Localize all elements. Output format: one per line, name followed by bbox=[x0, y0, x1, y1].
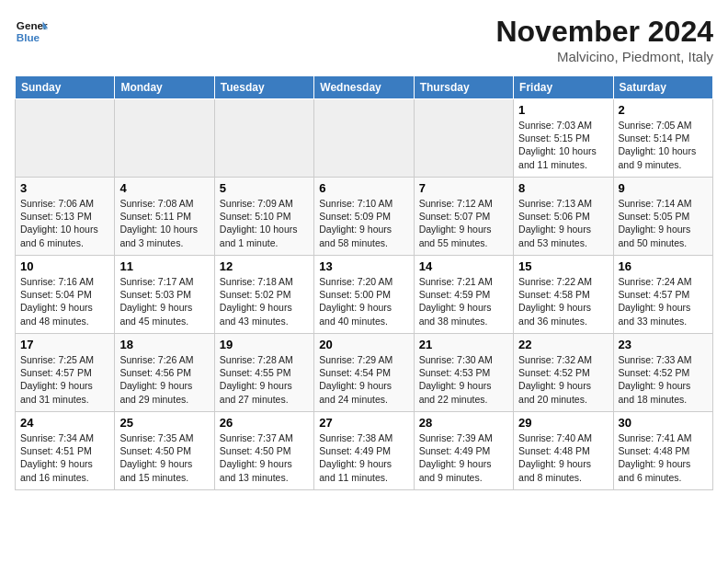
calendar-cell: 5Sunrise: 7:09 AMSunset: 5:10 PMDaylight… bbox=[214, 178, 313, 256]
calendar-cell: 19Sunrise: 7:28 AMSunset: 4:55 PMDayligh… bbox=[214, 334, 313, 412]
calendar-table: SundayMondayTuesdayWednesdayThursdayFrid… bbox=[15, 75, 713, 490]
calendar-cell: 12Sunrise: 7:18 AMSunset: 5:02 PMDayligh… bbox=[214, 256, 313, 334]
day-info: Sunrise: 7:10 AMSunset: 5:09 PMDaylight:… bbox=[319, 197, 408, 249]
day-info: Sunrise: 7:39 AMSunset: 4:49 PMDaylight:… bbox=[419, 431, 508, 484]
calendar-cell: 22Sunrise: 7:32 AMSunset: 4:52 PMDayligh… bbox=[514, 334, 613, 412]
calendar-week-row: 24Sunrise: 7:34 AMSunset: 4:51 PMDayligh… bbox=[16, 412, 713, 490]
weekday-header-row: SundayMondayTuesdayWednesdayThursdayFrid… bbox=[16, 76, 713, 99]
logo: General Blue bbox=[15, 15, 48, 48]
calendar-cell: 7Sunrise: 7:12 AMSunset: 5:07 PMDaylight… bbox=[414, 178, 513, 256]
day-number: 29 bbox=[518, 416, 608, 430]
day-info: Sunrise: 7:06 AMSunset: 5:13 PMDaylight:… bbox=[20, 197, 109, 249]
day-info: Sunrise: 7:12 AMSunset: 5:07 PMDaylight:… bbox=[419, 197, 508, 249]
day-number: 16 bbox=[619, 259, 708, 273]
day-number: 2 bbox=[619, 103, 708, 117]
weekday-header: Wednesday bbox=[314, 76, 414, 99]
weekday-header: Tuesday bbox=[214, 76, 313, 99]
day-number: 1 bbox=[518, 103, 608, 117]
day-info: Sunrise: 7:30 AMSunset: 4:53 PMDaylight:… bbox=[419, 353, 508, 406]
day-info: Sunrise: 7:25 AMSunset: 4:57 PMDaylight:… bbox=[20, 353, 109, 406]
calendar-cell bbox=[115, 99, 214, 178]
day-number: 28 bbox=[419, 416, 508, 430]
logo-icon: General Blue bbox=[15, 15, 48, 48]
day-info: Sunrise: 7:18 AMSunset: 5:02 PMDaylight:… bbox=[220, 275, 309, 327]
day-number: 25 bbox=[119, 416, 209, 430]
day-info: Sunrise: 7:26 AMSunset: 4:56 PMDaylight:… bbox=[119, 353, 209, 406]
calendar-cell: 15Sunrise: 7:22 AMSunset: 4:58 PMDayligh… bbox=[514, 256, 613, 334]
day-info: Sunrise: 7:35 AMSunset: 4:50 PMDaylight:… bbox=[119, 431, 209, 484]
day-number: 4 bbox=[119, 181, 209, 195]
calendar-cell: 30Sunrise: 7:41 AMSunset: 4:48 PMDayligh… bbox=[613, 412, 712, 490]
day-info: Sunrise: 7:14 AMSunset: 5:05 PMDaylight:… bbox=[619, 197, 708, 249]
day-number: 30 bbox=[619, 416, 708, 430]
day-info: Sunrise: 7:38 AMSunset: 4:49 PMDaylight:… bbox=[319, 431, 408, 484]
calendar-cell bbox=[16, 99, 115, 178]
day-number: 8 bbox=[518, 181, 608, 195]
day-info: Sunrise: 7:32 AMSunset: 4:52 PMDaylight:… bbox=[518, 353, 608, 406]
day-info: Sunrise: 7:28 AMSunset: 4:55 PMDaylight:… bbox=[220, 353, 309, 406]
calendar-cell: 25Sunrise: 7:35 AMSunset: 4:50 PMDayligh… bbox=[115, 412, 214, 490]
calendar-cell: 2Sunrise: 7:05 AMSunset: 5:14 PMDaylight… bbox=[613, 99, 712, 178]
calendar-cell: 21Sunrise: 7:30 AMSunset: 4:53 PMDayligh… bbox=[414, 334, 513, 412]
day-number: 26 bbox=[220, 416, 309, 430]
day-info: Sunrise: 7:05 AMSunset: 5:14 PMDaylight:… bbox=[619, 119, 708, 171]
calendar-cell: 13Sunrise: 7:20 AMSunset: 5:00 PMDayligh… bbox=[314, 256, 414, 334]
day-number: 9 bbox=[619, 181, 708, 195]
calendar-cell bbox=[314, 99, 414, 178]
calendar-cell: 4Sunrise: 7:08 AMSunset: 5:11 PMDaylight… bbox=[115, 178, 214, 256]
day-number: 18 bbox=[119, 338, 209, 351]
svg-text:Blue: Blue bbox=[17, 31, 40, 43]
page-header: General Blue November 2024 Malvicino, Pi… bbox=[15, 15, 713, 64]
day-info: Sunrise: 7:17 AMSunset: 5:03 PMDaylight:… bbox=[119, 275, 209, 327]
month-title: November 2024 bbox=[495, 15, 713, 49]
weekday-header: Sunday bbox=[16, 76, 115, 99]
calendar-cell: 27Sunrise: 7:38 AMSunset: 4:49 PMDayligh… bbox=[314, 412, 414, 490]
calendar-cell: 18Sunrise: 7:26 AMSunset: 4:56 PMDayligh… bbox=[115, 334, 214, 412]
weekday-header: Monday bbox=[115, 76, 214, 99]
day-number: 24 bbox=[20, 416, 109, 430]
calendar-cell: 17Sunrise: 7:25 AMSunset: 4:57 PMDayligh… bbox=[16, 334, 115, 412]
day-number: 23 bbox=[619, 338, 708, 351]
location-subtitle: Malvicino, Piedmont, Italy bbox=[495, 49, 713, 64]
calendar-cell: 20Sunrise: 7:29 AMSunset: 4:54 PMDayligh… bbox=[314, 334, 414, 412]
calendar-week-row: 3Sunrise: 7:06 AMSunset: 5:13 PMDaylight… bbox=[16, 178, 713, 256]
day-info: Sunrise: 7:13 AMSunset: 5:06 PMDaylight:… bbox=[518, 197, 608, 249]
calendar-week-row: 1Sunrise: 7:03 AMSunset: 5:15 PMDaylight… bbox=[16, 99, 713, 178]
day-info: Sunrise: 7:34 AMSunset: 4:51 PMDaylight:… bbox=[20, 431, 109, 484]
calendar-cell: 16Sunrise: 7:24 AMSunset: 4:57 PMDayligh… bbox=[613, 256, 712, 334]
day-info: Sunrise: 7:16 AMSunset: 5:04 PMDaylight:… bbox=[20, 275, 109, 327]
day-number: 21 bbox=[419, 338, 508, 351]
calendar-cell bbox=[414, 99, 513, 178]
day-number: 14 bbox=[419, 259, 508, 273]
calendar-week-row: 17Sunrise: 7:25 AMSunset: 4:57 PMDayligh… bbox=[16, 334, 713, 412]
day-number: 5 bbox=[220, 181, 309, 195]
day-number: 20 bbox=[319, 338, 408, 351]
day-info: Sunrise: 7:08 AMSunset: 5:11 PMDaylight:… bbox=[119, 197, 209, 249]
day-info: Sunrise: 7:03 AMSunset: 5:15 PMDaylight:… bbox=[518, 119, 608, 171]
day-number: 15 bbox=[518, 259, 608, 273]
day-info: Sunrise: 7:37 AMSunset: 4:50 PMDaylight:… bbox=[220, 431, 309, 484]
day-info: Sunrise: 7:20 AMSunset: 5:00 PMDaylight:… bbox=[319, 275, 408, 327]
day-info: Sunrise: 7:41 AMSunset: 4:48 PMDaylight:… bbox=[619, 431, 708, 484]
calendar-cell: 11Sunrise: 7:17 AMSunset: 5:03 PMDayligh… bbox=[115, 256, 214, 334]
day-info: Sunrise: 7:22 AMSunset: 4:58 PMDaylight:… bbox=[518, 275, 608, 327]
day-number: 13 bbox=[319, 259, 408, 273]
calendar-week-row: 10Sunrise: 7:16 AMSunset: 5:04 PMDayligh… bbox=[16, 256, 713, 334]
day-info: Sunrise: 7:33 AMSunset: 4:52 PMDaylight:… bbox=[619, 353, 708, 406]
weekday-header: Thursday bbox=[414, 76, 513, 99]
day-info: Sunrise: 7:40 AMSunset: 4:48 PMDaylight:… bbox=[518, 431, 608, 484]
calendar-cell: 10Sunrise: 7:16 AMSunset: 5:04 PMDayligh… bbox=[16, 256, 115, 334]
calendar-cell: 26Sunrise: 7:37 AMSunset: 4:50 PMDayligh… bbox=[214, 412, 313, 490]
day-number: 7 bbox=[419, 181, 508, 195]
calendar-cell: 29Sunrise: 7:40 AMSunset: 4:48 PMDayligh… bbox=[514, 412, 613, 490]
day-info: Sunrise: 7:24 AMSunset: 4:57 PMDaylight:… bbox=[619, 275, 708, 327]
weekday-header: Saturday bbox=[613, 76, 712, 99]
day-info: Sunrise: 7:21 AMSunset: 4:59 PMDaylight:… bbox=[419, 275, 508, 327]
day-number: 6 bbox=[319, 181, 408, 195]
day-number: 12 bbox=[220, 259, 309, 273]
title-block: November 2024 Malvicino, Piedmont, Italy bbox=[495, 15, 713, 64]
day-number: 3 bbox=[20, 181, 109, 195]
day-number: 11 bbox=[119, 259, 209, 273]
calendar-cell: 8Sunrise: 7:13 AMSunset: 5:06 PMDaylight… bbox=[514, 178, 613, 256]
calendar-cell: 1Sunrise: 7:03 AMSunset: 5:15 PMDaylight… bbox=[514, 99, 613, 178]
